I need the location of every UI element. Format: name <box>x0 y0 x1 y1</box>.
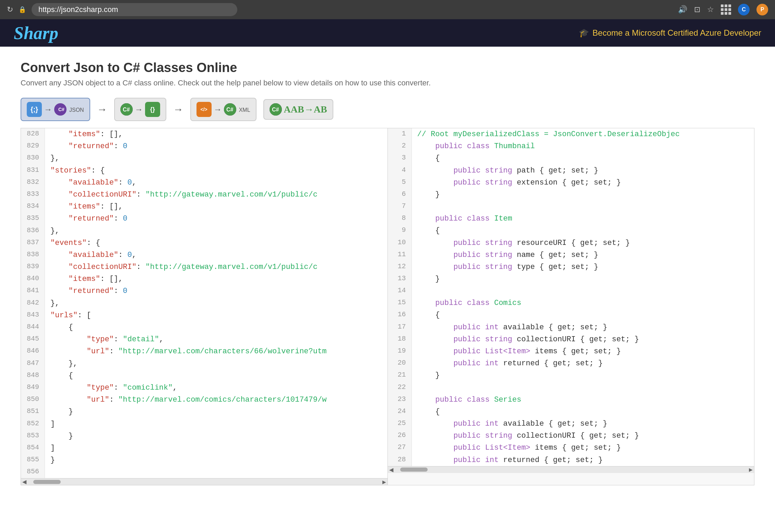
table-row: 15 public class Comics <box>388 297 754 309</box>
table-row: 835 "returned": 0 <box>21 213 388 225</box>
main-content: Convert Json to C# Classes Online Conver… <box>0 47 775 499</box>
json-code-content: 828 "items": [], 829 "returned": 0 830 }… <box>21 128 388 478</box>
screen-icon[interactable]: ⊡ <box>694 5 700 14</box>
table-row: 3 { <box>388 152 754 164</box>
table-row: 850 "url": "http://marvel.com/comics/cha… <box>21 394 388 406</box>
account-avatar-c[interactable]: C <box>738 4 750 15</box>
table-row: 11 public string name { get; set; } <box>388 249 754 261</box>
read-aloud-icon[interactable]: 🔊 <box>678 5 687 14</box>
account-avatar-p[interactable]: P <box>756 4 768 15</box>
svg-text:C#: C# <box>226 107 234 113</box>
csharp-icon-2: C# <box>120 103 133 116</box>
table-row: 25 public int available { get; set; } <box>388 418 754 430</box>
table-row: 1 // Root myDeserializedClass = JsonConv… <box>388 128 754 140</box>
table-row: 24 { <box>388 406 754 418</box>
arrow-sep-1: → <box>97 104 107 115</box>
table-row: 832 "available": 0, <box>21 177 388 189</box>
table-row: 22 <box>388 382 754 394</box>
csharp-code-content: 1 // Root myDeserializedClass = JsonConv… <box>388 128 754 466</box>
rename-label: AAB→AB <box>284 104 327 115</box>
refresh-icon[interactable]: ↻ <box>7 5 13 14</box>
table-row: 841 "returned": 0 <box>21 285 388 297</box>
svg-text:C#: C# <box>58 107 64 112</box>
json-scrollbar[interactable]: ◀ ▶ <box>21 478 388 485</box>
table-row: 836 }, <box>21 225 388 237</box>
table-row: 17 public int available { get; set; } <box>388 321 754 333</box>
table-row: 849 "type": "comiclink", <box>21 382 388 394</box>
table-row: 844 { <box>21 321 388 333</box>
lock-icon: 🔒 <box>19 6 26 13</box>
site-logo[interactable]: Sharp <box>14 23 58 43</box>
page-subtitle: Convert any JSON object to a C# class on… <box>21 79 754 87</box>
cs-scroll-left-arrow[interactable]: ◀ <box>389 466 393 473</box>
table-row: 837 "events": { <box>21 237 388 249</box>
table-row: 10 public string resourceURI { get; set;… <box>388 237 754 249</box>
table-row: 828 "items": [], <box>21 128 388 140</box>
table-row: 845 "type": "detail", <box>21 333 388 345</box>
table-row: 856 <box>21 466 388 478</box>
table-row: 7 <box>388 201 754 213</box>
table-row: 833 "collectionURI": "http://gateway.mar… <box>21 189 388 201</box>
json-label: JSON <box>69 107 84 113</box>
table-row: 13 } <box>388 273 754 285</box>
table-row: 851 } <box>21 406 388 418</box>
browser-bar: ↻ 🔒 https://json2csharp.com 🔊 ⊡ ☆ C P <box>0 0 775 19</box>
url-bar[interactable]: https://json2csharp.com <box>32 3 237 16</box>
csharp-edit-button[interactable]: C# → {} <box>114 98 166 121</box>
svg-text:C#: C# <box>123 107 130 113</box>
browser-actions: 🔊 ⊡ ☆ C P <box>678 4 768 15</box>
xml-to-csharp-button[interactable]: </> → C# XML <box>190 98 257 121</box>
table-row: 16 { <box>388 309 754 321</box>
table-row: 19 public List<Item> items { get; set; } <box>388 345 754 357</box>
table-row: 8 public class Item <box>388 213 754 225</box>
csharp-icon-1: C# <box>54 103 67 116</box>
arrow3: → <box>214 105 222 114</box>
csharp-scrollbar[interactable]: ◀ ▶ <box>388 466 754 473</box>
arrow-sep-2: → <box>173 104 183 115</box>
site-header: Sharp 🎓 Become a Microsoft Certified Azu… <box>0 19 775 47</box>
table-row: 6 } <box>388 189 754 201</box>
table-row: 838 "available": 0, <box>21 249 388 261</box>
table-row: 12 public string type { get; set; } <box>388 261 754 273</box>
json-to-csharp-button[interactable]: {;} → C# JSON <box>21 98 90 121</box>
promo-icon: 🎓 <box>579 28 589 38</box>
cs-scroll-thumb[interactable] <box>400 468 428 472</box>
table-row: 840 "items": [], <box>21 273 388 285</box>
scroll-left-arrow[interactable]: ◀ <box>22 478 26 485</box>
table-row: 848 { <box>21 370 388 382</box>
favorites-icon[interactable]: ☆ <box>707 5 714 14</box>
promo-text: Become a Microsoft Certified Azure Devel… <box>593 28 761 38</box>
extensions-icon[interactable] <box>721 4 731 15</box>
table-row: 14 <box>388 285 754 297</box>
code-panels: 828 "items": [], 829 "returned": 0 830 }… <box>21 128 754 485</box>
table-row: 842 }, <box>21 297 388 309</box>
table-row: 847 }, <box>21 358 388 370</box>
json-panel[interactable]: 828 "items": [], 829 "returned": 0 830 }… <box>21 128 388 485</box>
table-row: 23 public class Series <box>388 394 754 406</box>
rename-button[interactable]: C# AAB→AB <box>263 99 333 120</box>
table-row: 9 { <box>388 225 754 237</box>
site-promo[interactable]: 🎓 Become a Microsoft Certified Azure Dev… <box>579 28 761 38</box>
table-row: 843 "urls": [ <box>21 309 388 321</box>
table-row: 4 public string path { get; set; } <box>388 165 754 177</box>
table-row: 28 public int returned { get; set; } <box>388 454 754 466</box>
table-row: 18 public string collectionURI { get; se… <box>388 333 754 345</box>
csharp-icon-4: C# <box>270 103 282 116</box>
svg-text:C#: C# <box>272 107 279 113</box>
table-row: 854 ] <box>21 442 388 454</box>
converter-toolbar: {;} → C# JSON → C# → {} → <box>21 98 754 121</box>
csharp-panel[interactable]: 1 // Root myDeserializedClass = JsonConv… <box>388 128 754 485</box>
table-row: 831 "stories": { <box>21 165 388 177</box>
json-scroll-thumb[interactable] <box>33 480 61 484</box>
table-row: 846 "url": "http://marvel.com/characters… <box>21 345 388 357</box>
table-row: 5 public string extension { get; set; } <box>388 177 754 189</box>
arrow2: → <box>135 105 143 114</box>
cs-scroll-right-arrow[interactable]: ▶ <box>749 467 753 472</box>
table-row: 853 } <box>21 430 388 442</box>
arrow1: → <box>44 105 52 114</box>
scroll-right-arrow[interactable]: ▶ <box>382 479 386 485</box>
table-row: 830 }, <box>21 152 388 164</box>
table-row: 27 public List<Item> items { get; set; } <box>388 442 754 454</box>
table-row: 20 public int returned { get; set; } <box>388 357 754 369</box>
csharp-icon-3: C# <box>224 103 236 116</box>
